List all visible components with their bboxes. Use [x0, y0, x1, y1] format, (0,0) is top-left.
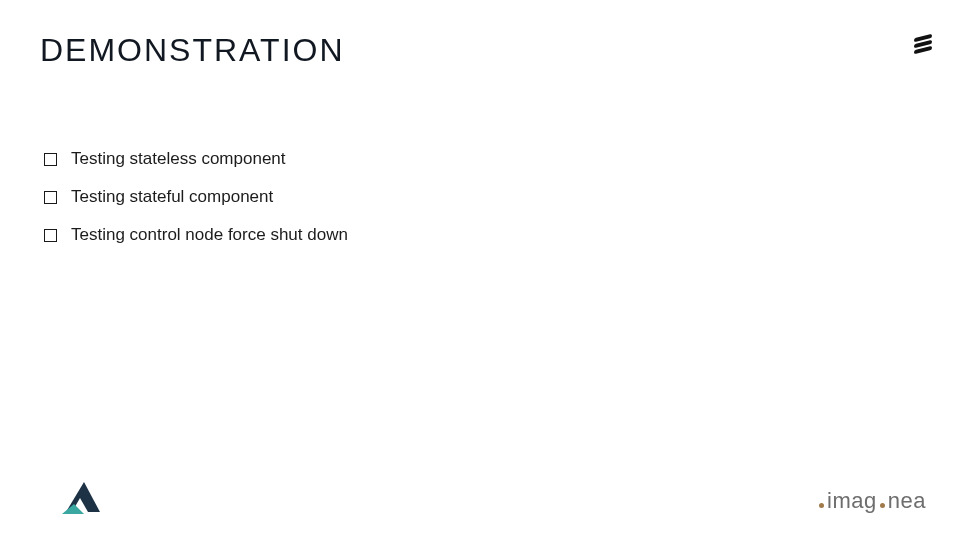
imaginea-wordmark-1: imag — [827, 488, 877, 514]
bullet-item-2: Testing stateful component — [44, 187, 920, 207]
bullet-item-3: Testing control node force shut down — [44, 225, 920, 245]
bullet-text: Testing control node force shut down — [71, 225, 348, 245]
mountain-logo-icon — [62, 478, 106, 520]
bullet-text: Testing stateful component — [71, 187, 273, 207]
bullet-list: Testing stateless component Testing stat… — [44, 149, 920, 245]
ericsson-logo-icon — [914, 36, 932, 52]
slide-container: DEMONSTRATION Testing stateless componen… — [0, 0, 960, 540]
bullet-item-1: Testing stateless component — [44, 149, 920, 169]
stripes-icon — [914, 36, 932, 52]
checkbox-icon — [44, 229, 57, 242]
imaginea-logo: imag nea — [818, 488, 926, 514]
checkbox-icon — [44, 153, 57, 166]
bullet-text: Testing stateless component — [71, 149, 286, 169]
dot-icon — [880, 503, 885, 508]
imaginea-wordmark-2: nea — [888, 488, 926, 514]
slide-title: DEMONSTRATION — [40, 32, 920, 69]
checkbox-icon — [44, 191, 57, 204]
dot-icon — [819, 503, 824, 508]
